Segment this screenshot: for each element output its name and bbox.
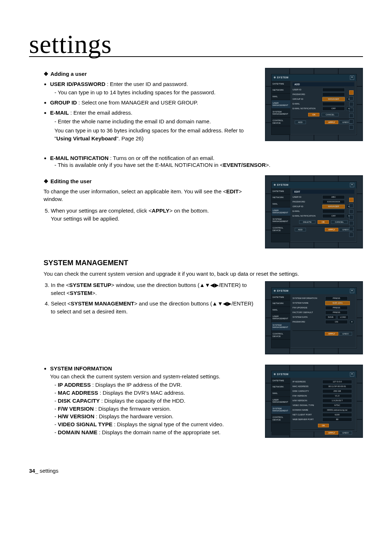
dvr-edit-userid-label: USER ID: [293, 196, 321, 198]
dvr-sidebar: DATE/TIME NETWORK MAIL USER MANAGEMENT S…: [271, 81, 290, 135]
lock-icon: [349, 119, 354, 124]
dvr-tab-system-management[interactable]: SYSTEM MANAGEMENT: [271, 109, 290, 118]
dvr-tab-user-management[interactable]: USER MANAGEMENT: [271, 208, 290, 216]
dvr-sysname-value[interactable]: SHR-1041: [325, 301, 350, 305]
dvr-edit-password-field[interactable]: XXXXXXXXX: [322, 200, 345, 204]
dvr-si-ip-label: IP ADDRESS: [293, 381, 321, 383]
dvr-cancel-button[interactable]: CANCEL: [322, 113, 338, 116]
dvr-sysinfo-label: SYSTEM INFORMATION: [293, 297, 324, 299]
lock-icon: [349, 215, 354, 219]
group-id-text: : Select one from MANAGER and USER GROUP…: [77, 99, 198, 106]
dvr-tab-control-device[interactable]: CONTROL DEVICE: [271, 331, 290, 340]
lock-icon: [349, 227, 354, 231]
dvr-tab-control-device[interactable]: CONTROL DEVICE: [271, 414, 290, 423]
email-label: E-MAIL: [50, 110, 69, 116]
dvr-si-fw-label: F/W VERSION: [293, 395, 321, 397]
dvr-si-fw-value: V1.0: [322, 394, 352, 398]
dvr-sidebar: DATE/TIME NETWORK MAIL USER MANAGEMENT S…: [271, 188, 290, 242]
email-text: : Enter the email address.: [69, 110, 132, 116]
dvr-tab-user-management[interactable]: USER MANAGEMENT: [271, 100, 290, 109]
email-note2b: Using Virtual Keyboard: [56, 135, 117, 141]
close-icon[interactable]: ×: [350, 183, 354, 187]
dvr-apply-button[interactable]: APPLY: [325, 332, 338, 336]
adding-user-text: ❖Adding a user USER ID/PASSWORD : Enter …: [44, 68, 259, 145]
edit-p1b: EDIT: [226, 188, 238, 194]
sysinfo-text: You can check the current system version…: [50, 373, 220, 379]
email-note2c: ". Page 26): [117, 135, 144, 141]
dvr-sidebar: DATE/TIME NETWORK MAIL USER MANAGEMENT S…: [271, 378, 290, 435]
dvr-apply-button[interactable]: APPLY: [325, 228, 338, 231]
dvr-tab-mail[interactable]: MAIL: [271, 390, 290, 397]
dvr-edit-notif-select[interactable]: OFF: [322, 214, 345, 218]
dvr-cancel-button[interactable]: CANCEL: [331, 220, 348, 224]
chevron-down-icon[interactable]: ▾: [349, 320, 354, 324]
dvr-screenshot-system-information: ✲ SYSTEM× DATE/TIME NETWORK MAIL USER MA…: [265, 365, 363, 438]
dvr-add-email-field[interactable]: [322, 102, 345, 106]
dvr-password-select[interactable]: ON: [325, 320, 348, 324]
dvr-delete-button[interactable]: DELETE: [299, 220, 315, 224]
dvr-tab-control-device[interactable]: CONTROL DEVICE: [271, 225, 290, 234]
dvr-factorydefault-button[interactable]: PRESS: [325, 311, 348, 315]
dvr-tab-datetime[interactable]: DATE/TIME: [271, 294, 290, 301]
dvr-si-hw-label: H/W VERSION: [293, 399, 321, 402]
dvr-ok-button[interactable]: OK: [318, 220, 329, 224]
close-icon[interactable]: ×: [350, 75, 354, 80]
dvr-tab-datetime[interactable]: DATE/TIME: [271, 81, 290, 87]
email-notif-note-c: >.: [266, 162, 270, 168]
dvr-screenshot-edit-user: ✲ SYSTEM× DATE/TIME NETWORK MAIL USER MA…: [265, 175, 363, 249]
dvr-add-password-label: PASSWORD: [293, 93, 321, 95]
dvr-tab-network[interactable]: NETWORK: [271, 194, 290, 201]
close-icon[interactable]: ×: [350, 372, 354, 377]
editing-user-heading: Editing the user: [50, 178, 91, 184]
dvr-apply-button[interactable]: APPLY: [325, 120, 338, 124]
dvr-tab-mail[interactable]: MAIL: [271, 307, 290, 313]
lock-icon: [349, 114, 354, 118]
dvr-tab-mail[interactable]: MAIL: [271, 201, 290, 208]
dvr-tab-system-management[interactable]: SYSTEM MANAGEMENT: [271, 406, 290, 414]
dvr-undo-button[interactable]: UNDO: [339, 431, 352, 435]
dvr-add-button[interactable]: ADD: [295, 120, 306, 124]
dvr-tab-mail[interactable]: MAIL: [271, 94, 290, 100]
dvr-add-groupid-select[interactable]: MANAGER: [322, 97, 345, 101]
dvr-sysdata-label: SYSTEM DATA: [293, 316, 324, 318]
dvr-tab-datetime[interactable]: DATE/TIME: [271, 378, 290, 384]
dvr-tab-user-management[interactable]: USER MANAGEMENT: [271, 313, 290, 322]
dvr-si-dn-value: 000001.websamsung.net: [322, 408, 352, 412]
dvr-tab-network[interactable]: NETWORK: [271, 87, 290, 94]
dvr-add-password-field[interactable]: [322, 93, 345, 96]
dvr-tab-network[interactable]: NETWORK: [271, 384, 290, 390]
dvr-add-button[interactable]: ADD: [295, 228, 306, 231]
dvr-fwupgrade-label: FW UPGRADE: [293, 307, 324, 309]
dvr-tab-network[interactable]: NETWORK: [271, 300, 290, 307]
fw-text: : Displays the firmware version.: [94, 406, 171, 412]
dvr-undo-button[interactable]: UNDO: [339, 332, 352, 336]
email-notif-note-a: This is available only if you have set t…: [58, 162, 223, 168]
dvr-si-ncp-value: 6100: [322, 413, 352, 417]
close-icon[interactable]: ×: [350, 289, 354, 293]
dvr-screenshot-system-management: ✲ SYSTEM× DATE/TIME NETWORK MAIL USER MA…: [265, 281, 363, 354]
footer-separator: _: [35, 468, 38, 474]
dvr-edit-groupid-label: GROUP ID: [293, 205, 321, 208]
dvr-edit-userid-field[interactable]: ABC: [322, 195, 345, 199]
dvr-load-button[interactable]: LOAD: [338, 315, 348, 319]
dvr-add-notif-select[interactable]: OFF: [322, 107, 345, 111]
step5a: When your settings are completed, click …: [51, 208, 152, 214]
dvr-tab-system-management[interactable]: SYSTEM MANAGEMENT: [271, 322, 290, 331]
dvr-si-wsp-value: 80: [322, 418, 352, 422]
dvr-fwupgrade-button[interactable]: PRESS: [325, 306, 348, 310]
dvr-apply-button[interactable]: APPLY: [325, 431, 338, 435]
dvr-tab-control-device[interactable]: CONTROL DEVICE: [271, 118, 290, 126]
dvr-sysinfo-button[interactable]: PRESS: [325, 296, 348, 300]
dvr-edit-groupid-select[interactable]: MANAGER: [322, 205, 345, 209]
dvr-add-userid-field[interactable]: [322, 88, 345, 92]
dvr-title: SYSTEM: [277, 184, 289, 186]
dvr-edit-email-field[interactable]: [322, 209, 345, 213]
dvr-tab-system-management[interactable]: SYSTEM MANAGEMENT: [271, 216, 290, 225]
dvr-tab-user-management[interactable]: USER MANAGEMENT: [271, 397, 290, 406]
dvr-save-button[interactable]: SAVE: [325, 315, 336, 319]
vst-text: : Displays the signal type of the curren…: [113, 421, 224, 427]
step5b: APPLY: [152, 208, 170, 214]
dvr-ok-button[interactable]: OK: [318, 424, 329, 427]
dvr-ok-button[interactable]: OK: [308, 113, 319, 116]
dvr-tab-datetime[interactable]: DATE/TIME: [271, 188, 290, 195]
